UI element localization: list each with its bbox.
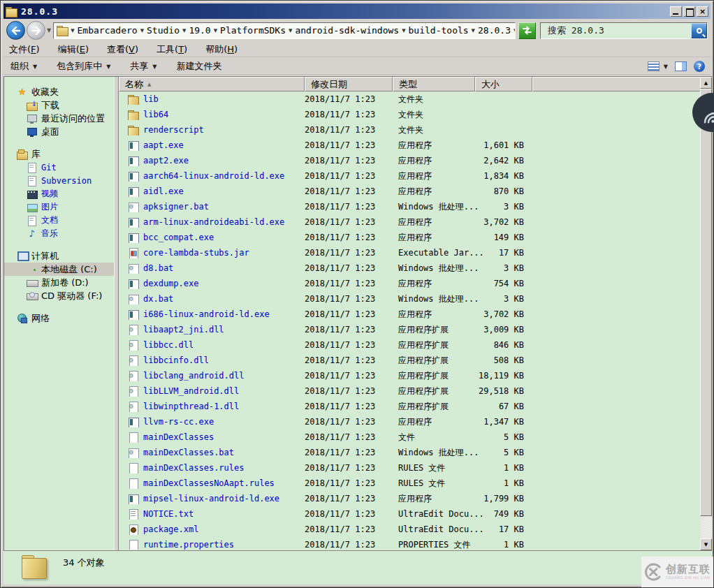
vertical-scrollbar[interactable]: ▲ ▼ [700,77,712,550]
column-header[interactable]: 名称 ▲ [119,77,305,91]
column-header[interactable]: 修改日期 [305,77,393,91]
column-header[interactable] [532,77,705,91]
breadcrumb-segment[interactable]: ▼ 28.0.3 [469,25,511,36]
refresh-button[interactable] [518,22,536,39]
breadcrumb-segment[interactable]: ▼ PlatformSDKs [211,25,286,36]
menu-item[interactable]: 查看(V) [107,43,138,56]
navigation-pane: ★ 收藏夹 下载 最近访问的位置 桌面 库 Git Subversion 视频 … [4,77,114,550]
scroll-down-button[interactable]: ▼ [700,538,712,550]
file-row[interactable]: libclang_android.dll 2018/11/7 1:23 应用程序… [119,368,705,383]
file-name: mipsel-linux-android-ld.exe [143,494,279,504]
breadcrumb-segment[interactable]: ▼ Embarcadero [68,25,137,36]
preview-pane-icon[interactable] [675,61,687,71]
sidebar-item-icon [27,162,37,172]
file-date: 2018/11/7 1:23 [305,171,393,181]
file-row[interactable]: d8.bat 2018/11/7 1:23 Windows 批处理... 3 K… [119,260,705,276]
column-header[interactable]: 类型 [393,77,475,91]
file-row[interactable]: NOTICE.txt 2018/11/7 1:23 UltraEdit Docu… [119,506,705,522]
menu-item[interactable]: 帮助(H) [205,43,238,56]
toolbar-button[interactable]: 包含到库中 ▼ [57,60,110,73]
breadcrumb-dropdown-icon[interactable]: ▼ [513,28,516,34]
sidebar-item[interactable]: 文档 [4,214,114,227]
file-row[interactable]: arm-linux-androideabi-ld.exe 2018/11/7 1… [119,214,705,230]
file-date: 2018/11/7 1:23 [305,340,393,350]
file-row[interactable]: aapt2.exe 2018/11/7 1:23 应用程序 2,642 KB [119,153,705,168]
scroll-up-button[interactable]: ▲ [700,77,712,89]
breadcrumb-segment[interactable]: ▼ 19.0 [180,25,211,36]
breadcrumb[interactable]: ▼ Embarcadero ▼ Studio ▼ 19.0 ▼ Platform… [53,22,516,39]
sidebar-item[interactable]: 图片 [4,200,114,214]
scrollbar-thumb[interactable] [700,89,712,516]
file-row[interactable]: aapt.exe 2018/11/7 1:23 应用程序 1,601 KB [119,138,705,153]
address-folder-icon [57,26,68,35]
sidebar-item[interactable]: 桌面 [4,125,114,138]
scrollbar-track[interactable] [700,516,712,539]
file-row[interactable]: apksigner.bat 2018/11/7 1:23 Windows 批处理… [119,199,705,214]
menu-item[interactable]: 编辑(E) [58,43,89,56]
sidebar-item[interactable]: 视频 [4,187,114,200]
file-row[interactable]: libaapt2_jni.dll 2018/11/7 1:23 应用程序扩展 3… [119,322,705,337]
maximize-button[interactable] [683,6,695,17]
file-row[interactable]: libLLVM_android.dll 2018/11/7 1:23 应用程序扩… [119,383,705,399]
breadcrumb-segment[interactable]: ▼ android-sdk-windows [286,25,399,36]
file-row[interactable]: aidl.exe 2018/11/7 1:23 应用程序 870 KB [119,184,705,199]
sidebar-item[interactable]: Git [4,161,114,174]
change-view-dropdown-icon[interactable]: ▼ [664,64,668,70]
file-row[interactable]: libwinpthread-1.dll 2018/11/7 1:23 应用程序扩… [119,399,705,414]
file-row[interactable]: lib 2018/11/7 1:23 文件夹 [119,91,705,107]
sidebar-section-1[interactable]: ★ 收藏夹 [4,85,114,98]
file-date: 2018/11/7 1:23 [305,540,393,550]
file-row[interactable]: llvm-rs-cc.exe 2018/11/7 1:23 应用程序 1,347… [119,414,705,429]
file-type-icon [128,94,138,105]
change-view-icon[interactable] [648,61,660,71]
history-dropdown-icon[interactable]: ▼ [47,27,51,34]
file-row[interactable]: runtime.properties 2018/11/7 1:23 PROPER… [119,537,705,550]
forward-button[interactable] [27,21,45,40]
sidebar-section-4[interactable]: 网络 [4,311,114,325]
column-header[interactable]: 大小 [475,77,532,91]
sidebar-item[interactable]: Subversion [4,174,114,187]
file-row[interactable]: mipsel-linux-android-ld.exe 2018/11/7 1:… [119,491,705,506]
sort-ascending-icon: ▲ [147,82,151,87]
file-row[interactable]: dx.bat 2018/11/7 1:23 Windows 批处理... 3 K… [119,291,705,307]
menu-item[interactable]: 文件(F) [9,43,40,56]
sidebar-item[interactable]: 下载 [4,98,114,112]
breadcrumb-segment[interactable]: ▼ Studio [138,25,180,36]
pane-splitter[interactable] [114,77,119,550]
sidebar-item[interactable]: 最近访问的位置 [4,112,114,125]
file-row[interactable]: dexdump.exe 2018/11/7 1:23 应用程序 754 KB [119,276,705,291]
sidebar-section-3[interactable]: 计算机 [4,249,114,263]
back-button[interactable] [6,21,25,40]
toolbar-button-label: 包含到库中 [57,60,102,73]
search-input[interactable]: 搜索 28.0.3 [540,22,708,39]
file-row[interactable]: aarch64-linux-android-ld.exe 2018/11/7 1… [119,168,705,184]
file-row[interactable]: lib64 2018/11/7 1:23 文件夹 [119,107,705,122]
toolbar-button[interactable]: 新建文件夹 [176,60,221,73]
sidebar-item[interactable]: CD 驱动器 (F:) [4,289,114,302]
menu-item[interactable]: 工具(T) [156,43,187,56]
sidebar-item[interactable]: 新加卷 (D:) [4,276,114,289]
file-row[interactable]: renderscript 2018/11/7 1:23 文件夹 [119,122,705,138]
file-row[interactable]: core-lambda-stubs.jar 2018/11/7 1:23 Exe… [119,245,705,260]
sidebar-section-2[interactable]: 库 [4,147,114,161]
minimize-button[interactable] [670,6,682,17]
file-row[interactable]: mainDexClassesNoAapt.rules 2018/11/7 1:2… [119,476,705,491]
toolbar-button[interactable]: 组织 ▼ [10,60,37,73]
file-row[interactable]: mainDexClasses 2018/11/7 1:23 文件 5 KB [119,429,705,445]
breadcrumb-label: Embarcadero [78,25,138,36]
file-row[interactable]: libbcc.dll 2018/11/7 1:23 应用程序扩展 846 KB [119,337,705,353]
sidebar-item[interactable]: 本地磁盘 (C:) [4,263,114,276]
file-row[interactable]: package.xml 2018/11/7 1:23 UltraEdit Doc… [119,522,705,537]
toolbar-button[interactable]: 共享 ▼ [130,60,156,73]
file-row[interactable]: bcc_compat.exe 2018/11/7 1:23 应用程序 149 K… [119,230,705,245]
breadcrumb-segment[interactable]: ▼ build-tools [399,25,468,36]
file-row[interactable]: mainDexClasses.rules 2018/11/7 1:23 RULE… [119,460,705,476]
sidebar-item[interactable]: ♪ 音乐 [4,227,114,240]
file-row[interactable]: libbcinfo.dll 2018/11/7 1:23 应用程序扩展 508 … [119,353,705,368]
close-button[interactable]: × [697,6,708,17]
search-button[interactable] [691,23,707,38]
watermark: 创新互联 CHUANG XIN HU LIAN [641,557,713,587]
help-icon[interactable]: ? [694,61,705,72]
file-row[interactable]: i686-linux-android-ld.exe 2018/11/7 1:23… [119,307,705,322]
file-row[interactable]: mainDexClasses.bat 2018/11/7 1:23 Window… [119,445,705,460]
